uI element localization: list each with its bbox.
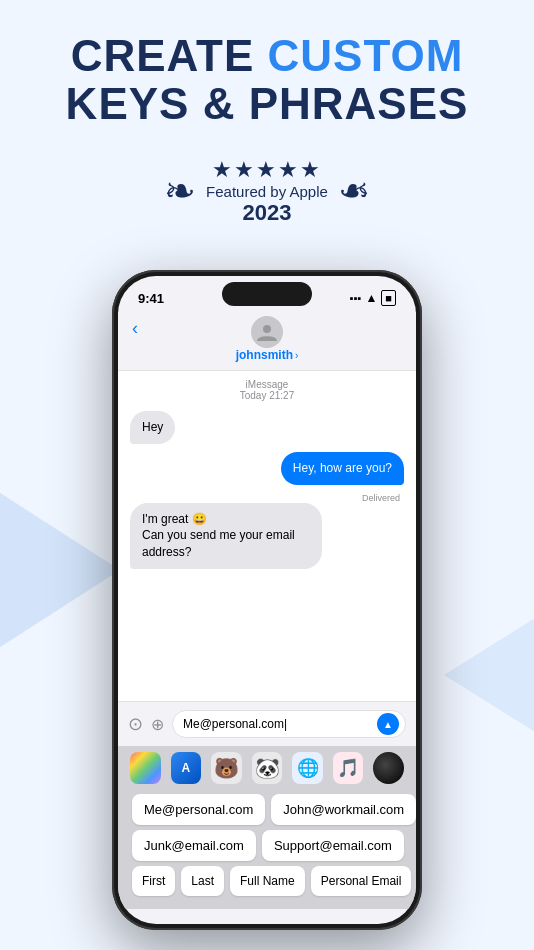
bubble-received-1: Hey <box>130 411 175 444</box>
phone-outer: 9:41 ▪▪▪ ▲ ■ ‹ johnsmith › <box>112 270 422 930</box>
imessage-label: iMessage Today 21:27 <box>130 379 404 401</box>
chip-first[interactable]: First <box>132 866 175 896</box>
badge-wrapper: ❧ ★★★★★ Featured by Apple 2023 ❧ <box>164 157 370 226</box>
dynamic-island <box>222 282 312 306</box>
status-icons: ▪▪▪ ▲ ■ <box>350 290 396 306</box>
battery-icon: ■ <box>381 290 396 306</box>
chip-personal-email-label[interactable]: Personal Email <box>311 866 412 896</box>
title-create: CREATE <box>71 31 268 80</box>
badge-center: ★★★★★ Featured by Apple 2023 <box>206 157 328 226</box>
title-custom: CUSTOM <box>268 31 464 80</box>
message-received-2: I'm great 😀Can you send me your email ad… <box>130 503 404 569</box>
wifi-icon: ▲ <box>365 291 377 305</box>
chip-support-email[interactable]: Support@email.com <box>262 830 404 861</box>
delivered-label: Delivered <box>130 493 404 503</box>
laurel-left-icon: ❧ <box>164 172 196 210</box>
bg-shape-right <box>444 600 534 750</box>
chip-junk-email[interactable]: Junk@email.com <box>132 830 256 861</box>
back-button[interactable]: ‹ <box>132 318 138 339</box>
message-sent-1: Hey, how are you? <box>130 452 404 485</box>
chip-personal-email[interactable]: Me@personal.com <box>132 794 265 825</box>
badge-section: ❧ ★★★★★ Featured by Apple 2023 ❧ <box>0 157 534 226</box>
phone-container: 9:41 ▪▪▪ ▲ ■ ‹ johnsmith › <box>112 270 422 930</box>
svg-point-0 <box>263 325 271 333</box>
message-input-value: Me@personal.com| <box>183 717 287 731</box>
year-text: 2023 <box>206 200 328 226</box>
messages-header: ‹ johnsmith › <box>118 312 416 371</box>
status-time: 9:41 <box>138 291 164 306</box>
emoji1-app-icon[interactable]: 🐻 <box>211 752 242 784</box>
send-button[interactable]: ▲ <box>377 713 399 735</box>
bg-shape-left <box>0 480 120 660</box>
chip-last[interactable]: Last <box>181 866 224 896</box>
bubble-sent-1: Hey, how are you? <box>281 452 404 485</box>
contact-chevron: › <box>295 350 298 361</box>
bubble-received-2: I'm great 😀Can you send me your email ad… <box>130 503 322 569</box>
title-line2: KEYS & PHRASES <box>66 79 469 128</box>
chip-work-email[interactable]: John@workmail.com <box>271 794 416 825</box>
phone-screen: 9:41 ▪▪▪ ▲ ■ ‹ johnsmith › <box>118 276 416 924</box>
chips-row-1: Me@personal.com John@workmail.com <box>132 794 402 825</box>
contact-name: johnsmith <box>236 348 293 362</box>
app-icons-row: A 🐻 🐼 🌐 🎵 <box>126 752 408 790</box>
chip-full-name[interactable]: Full Name <box>230 866 305 896</box>
emoji2-app-icon[interactable]: 🐼 <box>252 752 283 784</box>
camera-icon[interactable]: ⊙ <box>128 713 143 735</box>
music-app-icon[interactable]: 🎵 <box>333 752 364 784</box>
header-section: CREATE CUSTOM KEYS & PHRASES <box>0 0 534 145</box>
dark-app-icon[interactable] <box>373 752 404 784</box>
message-hey: Hey <box>130 411 404 444</box>
appstore-app-icon[interactable]: A <box>171 752 202 784</box>
contact-name-row[interactable]: johnsmith › <box>236 348 299 362</box>
input-bar[interactable]: ⊙ ⊕ Me@personal.com| ▲ <box>118 701 416 746</box>
laurel-right-icon: ❧ <box>338 172 370 210</box>
appstore-icon[interactable]: ⊕ <box>151 715 164 734</box>
chips-row-2: Junk@email.com Support@email.com <box>132 830 402 861</box>
main-title: CREATE CUSTOM KEYS & PHRASES <box>20 32 514 129</box>
photos-app-icon[interactable] <box>130 752 161 784</box>
chips-row-3: First Last Full Name Personal Email <box>132 866 402 896</box>
message-input-wrapper[interactable]: Me@personal.com| ▲ <box>172 710 406 738</box>
keyboard-area: A 🐻 🐼 🌐 🎵 Me@personal.com John@workmail.… <box>118 746 416 909</box>
messages-area: iMessage Today 21:27 Hey Hey, how are yo… <box>118 371 416 701</box>
contact-avatar <box>251 316 283 348</box>
stars: ★★★★★ <box>206 157 328 183</box>
featured-text: Featured by Apple <box>206 183 328 200</box>
signal-icon: ▪▪▪ <box>350 292 362 304</box>
globe-app-icon[interactable]: 🌐 <box>292 752 323 784</box>
chips-section: Me@personal.com John@workmail.com Junk@e… <box>126 790 408 905</box>
